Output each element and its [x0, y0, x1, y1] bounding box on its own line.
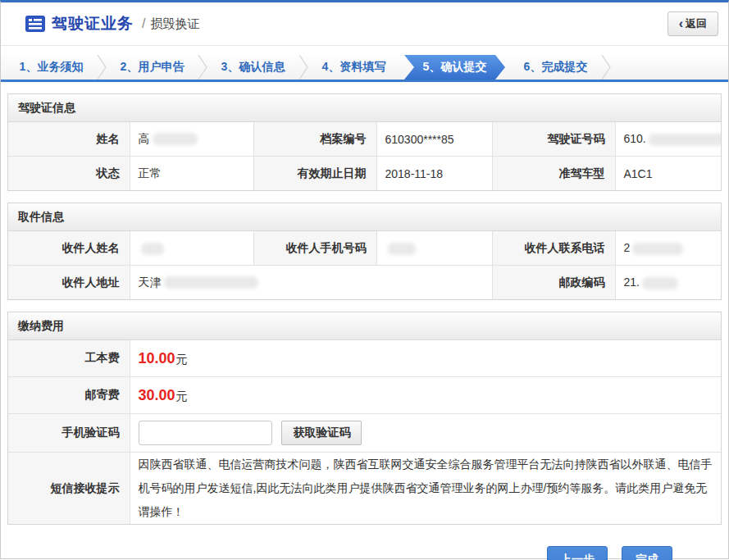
section-license-info: 驾驶证信息 姓名 高 档案编号 610300****85 驾驶证号码 610. … — [7, 93, 722, 191]
status-value: 正常 — [130, 157, 253, 191]
previous-step-button[interactable]: 上一步 — [547, 546, 608, 560]
tab-step-1-label: 1、业务须知 — [20, 60, 84, 75]
main-content: 驾驶证信息 姓名 高 档案编号 610300****85 驾驶证号码 610. … — [1, 82, 728, 560]
tab-separator-icon — [601, 55, 611, 80]
breadcrumb-subtitle: 损毁换证 — [150, 16, 199, 32]
header: 驾驶证业务 / 损毁换证 ‹ 返回 — [1, 2, 728, 46]
license-info-table: 姓名 高 档案编号 610300****85 驾驶证号码 610. 状态 正常 … — [8, 122, 721, 190]
get-sms-code-button[interactable]: 获取验证码 — [281, 421, 362, 445]
table-row: 工本费 10.00元 — [8, 340, 721, 377]
tab-step-6-label: 6、完成提交 — [524, 60, 588, 75]
production-fee-value: 10.00元 — [130, 340, 721, 377]
production-fee-label: 工本费 — [8, 340, 130, 377]
tab-step-4[interactable]: 4、资料填写 — [303, 55, 404, 80]
page: 驾驶证业务 / 损毁换证 ‹ 返回 1、业务须知 2、用户申告 3、确认信息 4… — [0, 0, 729, 559]
chevron-left-icon: ‹ — [679, 17, 683, 30]
production-fee-unit: 元 — [176, 353, 188, 366]
table-row: 短信接收提示 因陕西省联通、电信运营商技术问题，陕西省互联网交通安全综合服务管理… — [8, 453, 721, 525]
tab-step-5-active[interactable]: 5、确认提交 — [404, 55, 505, 80]
section-license-title: 驾驶证信息 — [8, 94, 721, 122]
back-button[interactable]: ‹ 返回 — [667, 11, 718, 36]
vehicle-class-label: 准驾车型 — [492, 157, 615, 191]
section-fees: 缴纳费用 工本费 10.00元 邮寄费 30.00元 手机验证码 — [7, 312, 722, 525]
redacted-overlay — [141, 243, 164, 255]
valid-until-label: 有效期止日期 — [253, 157, 376, 191]
vehicle-class-value: A1C1 — [615, 157, 721, 191]
tab-step-4-label: 4、资料填写 — [322, 60, 386, 75]
sms-code-label: 手机验证码 — [8, 414, 130, 453]
section-fees-title: 缴纳费用 — [8, 312, 721, 340]
tab-step-5-label: 5、确认提交 — [423, 60, 487, 75]
pickup-info-table: 收件人姓名 收件人手机号码 收件人联系电话 2 收件人地址 天津 邮政编码 21… — [8, 231, 721, 299]
table-row: 邮寄费 30.00元 — [8, 377, 721, 414]
sms-code-cell: 获取验证码 — [130, 414, 721, 453]
postage-fee-unit: 元 — [176, 389, 188, 403]
license-number-label: 驾驶证号码 — [492, 122, 615, 157]
tab-step-2-label: 2、用户申告 — [121, 60, 185, 75]
name-value: 高 — [130, 122, 253, 157]
recipient-tel-value: 2 — [615, 231, 721, 266]
postage-fee-value: 30.00元 — [130, 377, 721, 414]
back-button-label: 返回 — [686, 16, 707, 31]
recipient-mobile-value — [376, 231, 492, 266]
table-row: 姓名 高 档案编号 610300****85 驾驶证号码 610. — [8, 122, 721, 157]
tab-step-3-label: 3、确认信息 — [221, 60, 285, 75]
valid-until-value: 2018-11-18 — [376, 157, 492, 191]
recipient-name-value — [130, 231, 253, 266]
section-pickup-info: 取件信息 收件人姓名 收件人手机号码 收件人联系电话 2 收件人地址 天津 邮政… — [7, 203, 722, 300]
recipient-mobile-label: 收件人手机号码 — [253, 231, 376, 266]
license-card-icon — [25, 16, 45, 32]
redacted-overlay — [632, 243, 683, 255]
tab-step-1[interactable]: 1、业务须知 — [1, 55, 102, 80]
finish-button[interactable]: 完成 — [622, 546, 672, 560]
postal-code-label: 邮政编码 — [492, 266, 615, 300]
table-row: 收件人地址 天津 邮政编码 21. — [8, 266, 721, 300]
recipient-name-label: 收件人姓名 — [8, 231, 130, 266]
redacted-overlay — [153, 133, 198, 145]
redacted-overlay — [642, 277, 678, 289]
footer-actions: 上一步 完成 — [7, 536, 722, 560]
section-pickup-title: 取件信息 — [8, 203, 721, 231]
fees-table: 工本费 10.00元 邮寄费 30.00元 手机验证码 获取验证码 — [8, 340, 721, 524]
tab-step-6[interactable]: 6、完成提交 — [505, 55, 606, 80]
status-label: 状态 — [8, 157, 130, 191]
table-row: 收件人姓名 收件人手机号码 收件人联系电话 2 — [8, 231, 721, 266]
page-title: 驾驶证业务 — [52, 13, 134, 34]
file-number-label: 档案编号 — [253, 122, 376, 157]
tab-step-3[interactable]: 3、确认信息 — [203, 55, 303, 80]
redacted-overlay — [164, 276, 258, 289]
recipient-tel-label: 收件人联系电话 — [492, 231, 615, 266]
table-row: 手机验证码 获取验证码 — [8, 414, 721, 453]
production-fee-amount: 10.00 — [139, 350, 175, 367]
license-number-value: 610. — [615, 122, 721, 157]
file-number-value: 610300****85 — [376, 122, 492, 157]
redacted-overlay — [649, 134, 721, 146]
recipient-address-value: 天津 — [130, 266, 492, 300]
sms-notice-label: 短信接收提示 — [8, 453, 130, 525]
tab-step-2[interactable]: 2、用户申告 — [102, 55, 203, 80]
redacted-overlay — [388, 243, 416, 255]
postage-fee-label: 邮寄费 — [8, 377, 130, 414]
name-label: 姓名 — [8, 122, 130, 157]
step-tabs: 1、业务须知 2、用户申告 3、确认信息 4、资料填写 5、确认提交 6、完成提… — [1, 55, 728, 82]
postal-code-value: 21. — [615, 266, 721, 300]
breadcrumb-separator: / — [142, 16, 145, 31]
postage-fee-amount: 30.00 — [139, 387, 175, 403]
table-row: 状态 正常 有效期止日期 2018-11-18 准驾车型 A1C1 — [8, 157, 721, 191]
sms-notice-text: 因陕西省联通、电信运营商技术问题，陕西省互联网交通安全综合服务管理平台无法向持陕… — [130, 453, 721, 525]
recipient-address-label: 收件人地址 — [8, 266, 130, 300]
sms-code-input[interactable] — [139, 421, 272, 445]
